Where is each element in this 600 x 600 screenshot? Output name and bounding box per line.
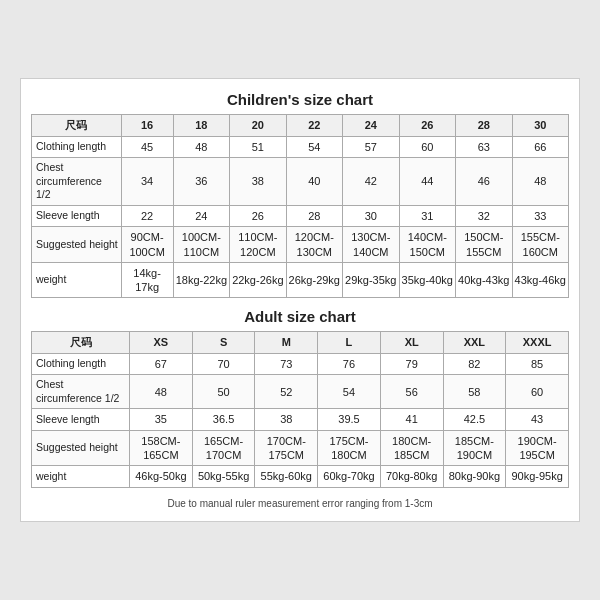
cell-4-0: 46kg-50kg xyxy=(130,466,193,487)
column-header-3: M xyxy=(255,332,318,353)
cell-0-5: 82 xyxy=(443,353,506,374)
cell-0-6: 85 xyxy=(506,353,569,374)
row-label-2: Sleeve length xyxy=(32,205,122,226)
cell-3-3: 120CM-130CM xyxy=(286,227,342,263)
row-label-3: Suggested height xyxy=(32,430,130,466)
cell-4-4: 29kg-35kg xyxy=(343,262,399,298)
table-row: weight46kg-50kg50kg-55kg55kg-60kg60kg-70… xyxy=(32,466,569,487)
cell-0-1: 48 xyxy=(173,136,229,157)
cell-2-5: 31 xyxy=(399,205,455,226)
cell-3-6: 150CM-155CM xyxy=(456,227,512,263)
cell-3-4: 180CM-185CM xyxy=(380,430,443,466)
cell-0-0: 67 xyxy=(130,353,193,374)
column-header-2: S xyxy=(192,332,255,353)
column-header-4: L xyxy=(318,332,381,353)
column-header-0: 尺码 xyxy=(32,332,130,353)
cell-1-5: 58 xyxy=(443,375,506,409)
adult-size-table: 尺码XSSMLXLXXLXXXL Clothing length67707376… xyxy=(31,331,569,487)
cell-0-2: 73 xyxy=(255,353,318,374)
cell-1-0: 34 xyxy=(121,158,173,206)
column-header-1: 16 xyxy=(121,115,173,136)
cell-2-2: 26 xyxy=(230,205,286,226)
row-label-0: Clothing length xyxy=(32,136,122,157)
table-row: Suggested height158CM-165CM165CM-170CM17… xyxy=(32,430,569,466)
cell-0-4: 79 xyxy=(380,353,443,374)
cell-4-1: 50kg-55kg xyxy=(192,466,255,487)
cell-3-2: 170CM-175CM xyxy=(255,430,318,466)
cell-4-4: 70kg-80kg xyxy=(380,466,443,487)
cell-0-2: 51 xyxy=(230,136,286,157)
cell-2-4: 30 xyxy=(343,205,399,226)
column-header-7: XXXL xyxy=(506,332,569,353)
cell-1-2: 52 xyxy=(255,375,318,409)
cell-4-3: 60kg-70kg xyxy=(318,466,381,487)
footnote: Due to manual ruler measurement error ra… xyxy=(31,498,569,509)
cell-3-0: 158CM-165CM xyxy=(130,430,193,466)
cell-1-4: 56 xyxy=(380,375,443,409)
cell-3-0: 90CM-100CM xyxy=(121,227,173,263)
cell-4-2: 55kg-60kg xyxy=(255,466,318,487)
cell-4-5: 80kg-90kg xyxy=(443,466,506,487)
cell-3-2: 110CM-120CM xyxy=(230,227,286,263)
column-header-1: XS xyxy=(130,332,193,353)
cell-3-5: 185CM-190CM xyxy=(443,430,506,466)
table-row: weight14kg-17kg18kg-22kg22kg-26kg26kg-29… xyxy=(32,262,569,298)
cell-0-3: 54 xyxy=(286,136,342,157)
cell-1-3: 40 xyxy=(286,158,342,206)
cell-4-6: 90kg-95kg xyxy=(506,466,569,487)
cell-1-5: 44 xyxy=(399,158,455,206)
cell-3-5: 140CM-150CM xyxy=(399,227,455,263)
cell-1-4: 42 xyxy=(343,158,399,206)
cell-0-3: 76 xyxy=(318,353,381,374)
cell-0-0: 45 xyxy=(121,136,173,157)
cell-2-6: 32 xyxy=(456,205,512,226)
cell-2-5: 42.5 xyxy=(443,409,506,430)
cell-1-1: 36 xyxy=(173,158,229,206)
column-header-3: 20 xyxy=(230,115,286,136)
cell-2-3: 28 xyxy=(286,205,342,226)
adult-chart-title: Adult size chart xyxy=(31,308,569,325)
row-label-0: Clothing length xyxy=(32,353,130,374)
cell-1-6: 46 xyxy=(456,158,512,206)
column-header-6: 26 xyxy=(399,115,455,136)
cell-2-1: 36.5 xyxy=(192,409,255,430)
children-chart-title: Children's size chart xyxy=(31,91,569,108)
table-row: Sleeve length3536.53839.54142.543 xyxy=(32,409,569,430)
cell-0-4: 57 xyxy=(343,136,399,157)
cell-4-2: 22kg-26kg xyxy=(230,262,286,298)
cell-2-2: 38 xyxy=(255,409,318,430)
cell-1-1: 50 xyxy=(192,375,255,409)
column-header-2: 18 xyxy=(173,115,229,136)
row-label-2: Sleeve length xyxy=(32,409,130,430)
row-label-1: Chest circumference 1/2 xyxy=(32,375,130,409)
cell-2-7: 33 xyxy=(512,205,569,226)
table-row: Chest circumference 1/23436384042444648 xyxy=(32,158,569,206)
cell-3-1: 165CM-170CM xyxy=(192,430,255,466)
column-header-0: 尺码 xyxy=(32,115,122,136)
cell-0-7: 66 xyxy=(512,136,569,157)
cell-3-3: 175CM-180CM xyxy=(318,430,381,466)
cell-4-6: 40kg-43kg xyxy=(456,262,512,298)
table-row: Clothing length4548515457606366 xyxy=(32,136,569,157)
cell-1-6: 60 xyxy=(506,375,569,409)
cell-2-3: 39.5 xyxy=(318,409,381,430)
row-label-1: Chest circumference 1/2 xyxy=(32,158,122,206)
cell-2-6: 43 xyxy=(506,409,569,430)
cell-4-1: 18kg-22kg xyxy=(173,262,229,298)
table-row: Chest circumference 1/248505254565860 xyxy=(32,375,569,409)
cell-3-6: 190CM-195CM xyxy=(506,430,569,466)
column-header-6: XXL xyxy=(443,332,506,353)
cell-3-4: 130CM-140CM xyxy=(343,227,399,263)
column-header-8: 30 xyxy=(512,115,569,136)
row-label-4: weight xyxy=(32,262,122,298)
row-label-4: weight xyxy=(32,466,130,487)
cell-4-5: 35kg-40kg xyxy=(399,262,455,298)
cell-1-3: 54 xyxy=(318,375,381,409)
table-row: Suggested height90CM-100CM100CM-110CM110… xyxy=(32,227,569,263)
cell-4-3: 26kg-29kg xyxy=(286,262,342,298)
table-row: Sleeve length2224262830313233 xyxy=(32,205,569,226)
cell-2-0: 35 xyxy=(130,409,193,430)
cell-1-7: 48 xyxy=(512,158,569,206)
row-label-3: Suggested height xyxy=(32,227,122,263)
cell-4-0: 14kg-17kg xyxy=(121,262,173,298)
